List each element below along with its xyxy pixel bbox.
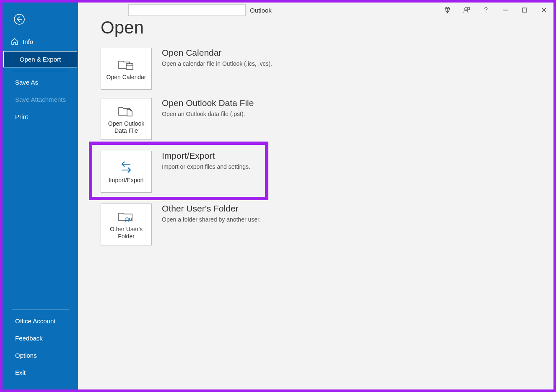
sidebar-item-save-as[interactable]: Save As bbox=[3, 74, 78, 91]
sidebar-item-info[interactable]: Info bbox=[3, 33, 78, 50]
option-heading: Other User's Folder bbox=[162, 204, 261, 214]
import-export-arrows-icon bbox=[118, 161, 135, 174]
calendar-folder-icon bbox=[118, 58, 135, 71]
svg-rect-10 bbox=[522, 8, 527, 12]
minimize-icon bbox=[501, 6, 509, 14]
option-desc: Import or export files and settings. bbox=[162, 163, 250, 170]
sidebar-item-feedback[interactable]: Feedback bbox=[3, 330, 78, 347]
sidebar-item-label: Office Account bbox=[15, 317, 55, 325]
other-user-folder-button[interactable]: Other User's Folder bbox=[101, 204, 152, 245]
sidebar-item-label: Save Attachments bbox=[15, 96, 66, 103]
account-button[interactable] bbox=[457, 3, 476, 18]
option-row-other-user-folder: Other User's Folder Other User's Folder … bbox=[101, 204, 553, 245]
option-row-open-data-file: Open Outlook Data File Open Outlook Data… bbox=[101, 98, 553, 140]
sidebar-item-office-account[interactable]: Office Account bbox=[3, 312, 78, 330]
svg-rect-1 bbox=[126, 64, 133, 70]
page-title: Open bbox=[101, 18, 553, 38]
sidebar-item-label: Info bbox=[23, 38, 33, 45]
person-chat-icon bbox=[463, 6, 470, 14]
option-heading: Import/Export bbox=[162, 151, 250, 161]
close-icon bbox=[540, 6, 548, 14]
diamond-icon bbox=[444, 6, 451, 14]
titlebar-search[interactable] bbox=[128, 4, 246, 16]
maximize-button[interactable] bbox=[515, 3, 534, 18]
option-desc: Open a folder shared by another user. bbox=[162, 216, 261, 223]
folder-users-icon bbox=[118, 210, 135, 223]
option-heading: Open Calendar bbox=[162, 48, 272, 58]
sidebar-item-label: Save As bbox=[15, 79, 38, 86]
home-icon bbox=[11, 38, 18, 45]
tile-label: Import/Export bbox=[109, 177, 144, 184]
sidebar-item-save-attachments: Save Attachments bbox=[3, 91, 78, 108]
sidebar-item-label: Exit bbox=[15, 369, 26, 376]
titlebar: Outlook bbox=[3, 3, 553, 18]
import-export-button[interactable]: Import/Export bbox=[101, 151, 152, 193]
help-button[interactable] bbox=[476, 3, 496, 18]
open-calendar-button[interactable]: Open Calendar bbox=[101, 48, 152, 90]
folder-file-icon bbox=[118, 104, 135, 118]
option-row-open-calendar: Open Calendar Open Calendar Open a calen… bbox=[101, 48, 553, 90]
sidebar-item-options[interactable]: Options bbox=[3, 347, 78, 364]
option-heading: Open Outlook Data File bbox=[162, 98, 254, 108]
open-data-file-button[interactable]: Open Outlook Data File bbox=[101, 98, 152, 140]
sidebar-item-print[interactable]: Print bbox=[3, 108, 78, 125]
app-name: Outlook bbox=[250, 7, 272, 14]
tile-label: Other User's Folder bbox=[103, 226, 150, 240]
tile-label: Open Outlook Data File bbox=[103, 120, 150, 134]
backstage-sidebar: Info Open & Export Save As Save Attachme… bbox=[3, 3, 78, 389]
sidebar-divider bbox=[12, 309, 69, 310]
sidebar-item-label: Feedback bbox=[15, 335, 43, 342]
help-icon bbox=[482, 6, 490, 14]
backstage-main: Open Open Calendar Open Calendar Ope bbox=[78, 3, 553, 389]
tile-label: Open Calendar bbox=[107, 74, 146, 81]
option-desc: Open a calendar file in Outlook (.ics, .… bbox=[162, 60, 272, 67]
svg-point-7 bbox=[465, 8, 467, 10]
option-row-import-export: Import/Export Import/Export Import or ex… bbox=[101, 148, 553, 195]
sidebar-item-label: Open & Export bbox=[20, 56, 61, 63]
sidebar-item-open-export[interactable]: Open & Export bbox=[3, 51, 77, 67]
option-desc: Open an Outlook data file (.pst). bbox=[162, 111, 254, 117]
close-button[interactable] bbox=[534, 3, 553, 18]
minimize-button[interactable] bbox=[496, 3, 515, 18]
sidebar-divider bbox=[12, 71, 69, 71]
maximize-icon bbox=[521, 6, 528, 14]
sidebar-item-exit[interactable]: Exit bbox=[3, 364, 78, 381]
sidebar-item-label: Print bbox=[15, 113, 28, 120]
svg-point-8 bbox=[486, 12, 486, 13]
premium-button[interactable] bbox=[438, 3, 457, 18]
sidebar-item-label: Options bbox=[15, 352, 37, 359]
